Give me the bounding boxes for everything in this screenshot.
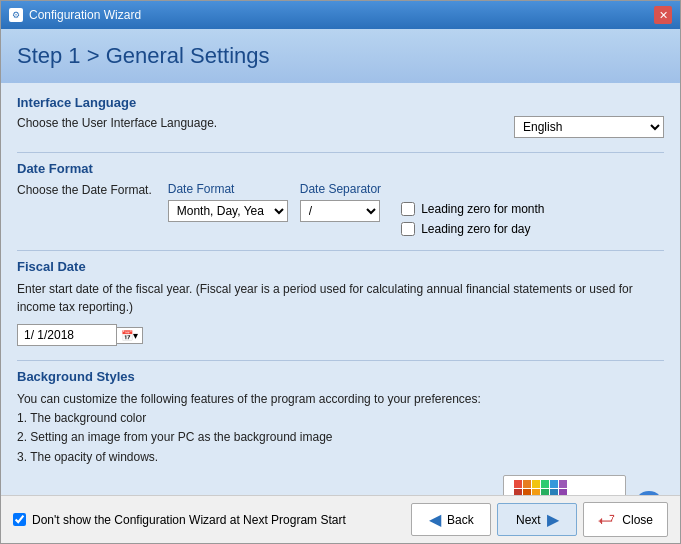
- dont-show-label: Don't show the Configuration Wizard at N…: [32, 513, 346, 527]
- exit-icon: ⮐: [598, 509, 616, 530]
- date-format-title: Date Format: [17, 161, 664, 176]
- dont-show-checkbox[interactable]: [13, 513, 26, 526]
- next-label: Next: [516, 513, 541, 527]
- fiscal-date-title: Fiscal Date: [17, 259, 664, 274]
- date-format-row: Choose the Date Format. Date Format Mont…: [17, 182, 664, 236]
- leading-zero-month-label[interactable]: Leading zero for month: [401, 202, 544, 216]
- fiscal-date-input-row: 📅▾: [17, 324, 664, 346]
- date-format-section: Date Format Choose the Date Format. Date…: [17, 161, 664, 236]
- leading-zero-day-checkbox[interactable]: [401, 222, 415, 236]
- color-grid-icon: [514, 480, 567, 495]
- calendar-icon: 📅▾: [121, 330, 138, 341]
- date-picker-button[interactable]: 📅▾: [117, 327, 143, 344]
- separator-col-label: Date Separator: [300, 182, 381, 196]
- format-col: Date Format Month, Day, Yea Day, Month, …: [168, 182, 288, 222]
- back-arrow-icon: ◀: [429, 510, 441, 529]
- interface-language-section: Interface Language Choose the User Inter…: [17, 95, 664, 138]
- date-format-select[interactable]: Month, Day, Yea Day, Month, Year Year, M…: [168, 200, 288, 222]
- main-window: ⚙ Configuration Wizard ✕ Step 1 > Genera…: [0, 0, 681, 544]
- color-cell: [550, 480, 558, 488]
- next-button[interactable]: Next ▶: [497, 503, 577, 536]
- footer-right: ◀ Back Next ▶ ⮐ Close: [411, 502, 668, 537]
- leading-zero-month-text: Leading zero for month: [421, 202, 544, 216]
- color-cell: [559, 480, 567, 488]
- date-separator-select[interactable]: / - .: [300, 200, 380, 222]
- fiscal-date-description: Enter start date of the fiscal year. (Fi…: [17, 280, 664, 316]
- footer: Don't show the Configuration Wizard at N…: [1, 495, 680, 543]
- language-select[interactable]: English German French Spanish: [514, 116, 664, 138]
- bg-description: You can customize the following features…: [17, 390, 664, 467]
- close-label: Close: [622, 513, 653, 527]
- window-title: Configuration Wizard: [29, 8, 141, 22]
- separator-3: [17, 360, 664, 361]
- color-cell: [532, 480, 540, 488]
- change-button[interactable]: Change: [503, 475, 626, 495]
- date-format-group: Date Format Month, Day, Yea Day, Month, …: [168, 182, 545, 236]
- back-label: Back: [447, 513, 474, 527]
- separator-col: Date Separator / - .: [300, 182, 381, 222]
- format-col-label: Date Format: [168, 182, 288, 196]
- window-icon: ⚙: [9, 8, 23, 22]
- next-arrow-icon: ▶: [547, 510, 559, 529]
- language-row: Choose the User Interface Language. Engl…: [17, 116, 664, 138]
- title-bar-left: ⚙ Configuration Wizard: [9, 8, 141, 22]
- fiscal-date-input[interactable]: [17, 324, 117, 346]
- page-title: Step 1 > General Settings: [17, 43, 664, 69]
- content-area: Interface Language Choose the User Inter…: [1, 83, 680, 495]
- color-cell: [541, 480, 549, 488]
- close-window-button[interactable]: ✕: [654, 6, 672, 24]
- leading-zero-day-label[interactable]: Leading zero for day: [401, 222, 544, 236]
- separator-1: [17, 152, 664, 153]
- color-cell: [523, 480, 531, 488]
- date-format-description: Choose the Date Format.: [17, 182, 152, 199]
- footer-left: Don't show the Configuration Wizard at N…: [13, 513, 346, 527]
- language-description: Choose the User Interface Language.: [17, 116, 217, 130]
- separator-2: [17, 250, 664, 251]
- close-footer-button[interactable]: ⮐ Close: [583, 502, 668, 537]
- header-bar: Step 1 > General Settings: [1, 29, 680, 83]
- color-cell: [514, 480, 522, 488]
- back-button[interactable]: ◀ Back: [411, 503, 491, 536]
- interface-language-title: Interface Language: [17, 95, 664, 110]
- leading-zero-day-text: Leading zero for day: [421, 222, 530, 236]
- leading-zero-month-checkbox[interactable]: [401, 202, 415, 216]
- bg-actions: Change ?: [17, 475, 664, 495]
- background-styles-section: Background Styles You can customize the …: [17, 369, 664, 495]
- checkbox-group: Leading zero for month Leading zero for …: [401, 202, 544, 236]
- background-styles-title: Background Styles: [17, 369, 664, 384]
- title-bar: ⚙ Configuration Wizard ✕: [1, 1, 680, 29]
- fiscal-date-section: Fiscal Date Enter start date of the fisc…: [17, 259, 664, 346]
